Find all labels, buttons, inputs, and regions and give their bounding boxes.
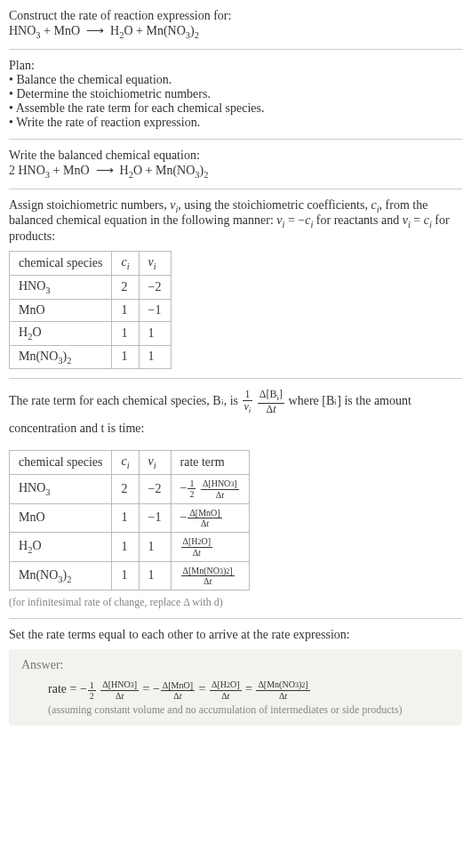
cell-rate: Δ[Mn(NO3)2]Δt: [171, 561, 249, 591]
divider: [9, 378, 462, 379]
cell-rate: −12 Δ[HNO3]Δt: [171, 474, 249, 503]
table-header-row: chemical species ci νi: [10, 252, 172, 276]
rate-intro-prefix: The rate term for each chemical species,…: [9, 394, 242, 407]
cell-species: MnO: [10, 299, 112, 321]
cell-c: 1: [112, 345, 139, 369]
prompt-block: Construct the rate of reaction expressio…: [9, 9, 462, 40]
plan-heading: Plan:: [9, 59, 462, 73]
frac-one-over-nu: 1νi: [243, 389, 253, 415]
cell-v: −1: [139, 299, 171, 321]
plan-item: • Determine the stoichiometric numbers.: [9, 87, 462, 101]
table-header-row: chemical species ci νi rate term: [10, 451, 250, 475]
col-rate: rate term: [171, 451, 249, 475]
assign-text: Assign stoichiometric numbers, νi, using…: [9, 198, 462, 245]
table-row: Mn(NO3)2 1 1 Δ[Mn(NO3)2]Δt: [10, 561, 250, 591]
cell-c: 1: [112, 321, 139, 345]
cell-c: 1: [112, 299, 139, 321]
balanced-equation: 2 HNO3 + MnO ⟶ H2O + Mn(NO3)2: [9, 163, 462, 180]
table-row: H2O 1 1: [10, 321, 172, 345]
cell-v: −2: [139, 474, 171, 503]
balanced-block: Write the balanced chemical equation: 2 …: [9, 149, 462, 180]
plan-item: • Write the rate of reaction expression.: [9, 116, 462, 130]
divider: [9, 618, 462, 619]
cell-species: HNO3: [10, 474, 112, 503]
rate-table: chemical species ci νi rate term HNO3 2 …: [9, 450, 250, 591]
cell-species: Mn(NO3)2: [10, 561, 112, 591]
col-v: νi: [139, 252, 171, 276]
plan-item: • Balance the chemical equation.: [9, 73, 462, 87]
frac-dBi-dt: Δ[Bi]Δt: [258, 389, 284, 415]
cell-species: H2O: [10, 321, 112, 345]
cell-v: −1: [139, 503, 171, 532]
col-c: ci: [112, 451, 139, 475]
set-equal-text: Set the rate terms equal to each other t…: [9, 628, 462, 642]
col-v: νi: [139, 451, 171, 475]
divider: [9, 189, 462, 189]
divider: [9, 139, 462, 140]
cell-v: −2: [139, 275, 171, 299]
plan-item: • Assemble the rate term for each chemic…: [9, 101, 462, 116]
answer-box: Answer: rate = −12 Δ[HNO3]Δt = −Δ[MnO]Δt…: [9, 649, 462, 726]
cell-species: HNO3: [10, 275, 112, 299]
answer-label: Answer:: [21, 658, 450, 672]
table-row: MnO 1 −1 −Δ[MnO]Δt: [10, 503, 250, 532]
cell-species: H2O: [10, 532, 112, 561]
cell-c: 1: [112, 503, 139, 532]
stoich-table: chemical species ci νi HNO3 2 −2 MnO 1 −…: [9, 251, 172, 369]
cell-c: 2: [112, 275, 139, 299]
balanced-heading: Write the balanced chemical equation:: [9, 149, 462, 163]
cell-v: 1: [139, 561, 171, 591]
col-c: ci: [112, 252, 139, 276]
table-row: HNO3 2 −2: [10, 275, 172, 299]
table-row: MnO 1 −1: [10, 299, 172, 321]
cell-v: 1: [139, 345, 171, 369]
cell-rate: Δ[H2O]Δt: [171, 532, 249, 561]
col-species: chemical species: [10, 451, 112, 475]
col-species: chemical species: [10, 252, 112, 276]
answer-prefix: rate =: [48, 682, 80, 695]
rate-intro: The rate term for each chemical species,…: [9, 388, 462, 443]
prompt-title: Construct the rate of reaction expressio…: [9, 9, 462, 23]
table2-note: (for infinitesimal rate of change, repla…: [9, 596, 462, 609]
table-row: Mn(NO3)2 1 1: [10, 345, 172, 369]
cell-species: MnO: [10, 503, 112, 532]
answer-expression: rate = −12 Δ[HNO3]Δt = −Δ[MnO]Δt = Δ[H2O…: [48, 676, 450, 703]
table-row: HNO3 2 −2 −12 Δ[HNO3]Δt: [10, 474, 250, 503]
cell-species: Mn(NO3)2: [10, 345, 112, 369]
answer-note: (assuming constant volume and no accumul…: [48, 703, 450, 717]
cell-v: 1: [139, 321, 171, 345]
prompt-equation: HNO3 + MnO ⟶ H2O + Mn(NO3)2: [9, 23, 462, 40]
cell-c: 1: [112, 532, 139, 561]
cell-c: 1: [112, 561, 139, 591]
divider: [9, 49, 462, 50]
cell-rate: −Δ[MnO]Δt: [171, 503, 249, 532]
cell-v: 1: [139, 532, 171, 561]
plan-block: Plan: • Balance the chemical equation. •…: [9, 59, 462, 130]
cell-c: 2: [112, 474, 139, 503]
table-row: H2O 1 1 Δ[H2O]Δt: [10, 532, 250, 561]
